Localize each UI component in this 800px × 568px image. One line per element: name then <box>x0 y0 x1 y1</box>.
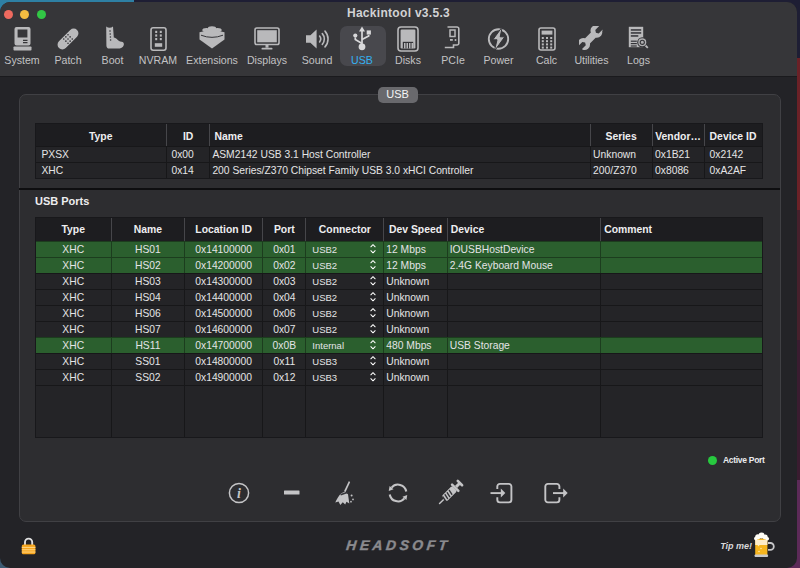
svg-text:i: i <box>237 486 241 501</box>
